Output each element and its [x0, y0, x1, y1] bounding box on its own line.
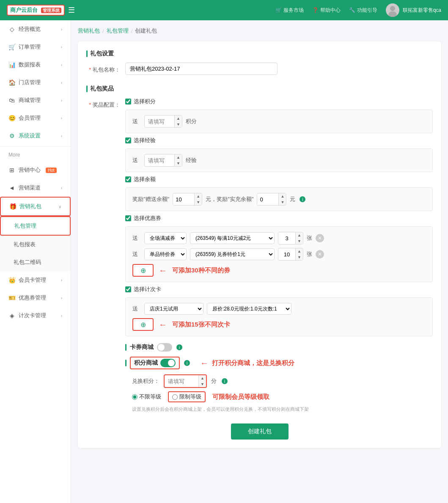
channel-icon: ◄: [8, 184, 15, 191]
coupon-type-select-2[interactable]: 单品特价券: [144, 248, 187, 260]
sidebar-item-overview[interactable]: ◇ 经营概览 ›: [0, 20, 71, 38]
redeem-input[interactable]: [165, 376, 198, 387]
balance-recharge-down-btn[interactable]: ▼: [279, 199, 286, 205]
coupon-remove-btn-2[interactable]: ✕: [316, 250, 324, 258]
radio-unlimited[interactable]: [132, 394, 137, 400]
chevron-right-icon: ›: [61, 98, 62, 103]
card-mall-section: 卡券商城 i: [125, 343, 433, 352]
sidebar-item-gift-package[interactable]: 🎁 营销礼包 ∨: [0, 197, 71, 216]
coupon-checkbox[interactable]: [125, 215, 131, 221]
balance-gift-up-btn[interactable]: ▲: [195, 193, 202, 199]
points-input[interactable]: [145, 116, 174, 127]
more-label: More: [0, 148, 71, 161]
exp-label: 选择经验: [134, 137, 156, 144]
coupon-type-select-1[interactable]: 全场满减券: [144, 232, 187, 244]
points-mall-info-icon[interactable]: i: [184, 360, 190, 366]
card-mall-info-icon[interactable]: i: [176, 344, 182, 350]
coupon-count-input-2[interactable]: [278, 249, 295, 260]
balance-gift-down-btn[interactable]: ▼: [195, 199, 202, 205]
nav-guide[interactable]: 🔧 功能引导: [349, 7, 377, 14]
nav-help-center[interactable]: ❓ 帮助中心: [312, 7, 341, 14]
coupon2-down-btn[interactable]: ▼: [296, 254, 303, 260]
sidebar-item-reports[interactable]: 📊 数据报表 ›: [0, 56, 71, 74]
svg-point-0: [390, 6, 395, 11]
card-mall-toggle[interactable]: [157, 343, 172, 352]
sidebar-item-gift-manage[interactable]: 礼包管理: [0, 216, 71, 236]
help-icon: ❓: [312, 7, 319, 13]
redeem-down-btn[interactable]: ▼: [199, 381, 206, 387]
balance-info-icon[interactable]: i: [300, 196, 305, 202]
award-content: 选择积分 送 ▲ ▼: [125, 98, 433, 413]
sidebar-item-member-card[interactable]: 👑 会员卡管理 ›: [0, 271, 71, 289]
logo-badge: 管理系统: [41, 8, 61, 13]
sidebar-item-marketing-channel[interactable]: ◄ 营销渠道 ›: [0, 179, 71, 197]
coupon-id-select-1[interactable]: (263549) 每满10元减2元: [190, 232, 275, 244]
points-up-btn[interactable]: ▲: [175, 115, 182, 121]
sidebar-item-countcard-manage[interactable]: ◈ 计次卡管理 ›: [0, 307, 71, 324]
section-bar: [125, 344, 126, 351]
exp-up-btn[interactable]: ▲: [175, 154, 182, 160]
chevron-right-icon: ›: [61, 134, 62, 138]
exp-input[interactable]: [145, 155, 174, 166]
coupon-count-input-1[interactable]: [278, 233, 295, 244]
sidebar-item-gift-qrcode[interactable]: 礼包二维码: [0, 253, 71, 271]
balance-recharge-input[interactable]: [257, 194, 278, 205]
guide-icon: 🔧: [349, 7, 355, 13]
coupon-icon: 🎫: [8, 294, 15, 301]
sidebar-item-marketing-center[interactable]: ⊞ 营销中心 Hot: [0, 161, 71, 179]
header-nav: 🛒 服务市场 ❓ 帮助中心 🔧 功能引导 联拓富新零售qca: [275, 3, 441, 17]
exp-checkbox[interactable]: [125, 137, 131, 143]
radio-limited-label: 限制等级: [179, 393, 201, 401]
submit-button[interactable]: 创建礼包: [231, 423, 289, 440]
breadcrumb-gift-manage[interactable]: 礼包管理: [107, 27, 129, 35]
add-countcard-button[interactable]: ⊕: [132, 318, 154, 331]
sidebar-item-store[interactable]: 🏠 门店管理 ›: [0, 74, 71, 91]
coupon1-down-btn[interactable]: ▼: [296, 238, 303, 244]
section1-title: 礼包设置: [86, 50, 433, 58]
menu-icon[interactable]: ☰: [68, 5, 75, 15]
countcard-checkbox[interactable]: [125, 286, 131, 292]
sidebar-item-members[interactable]: 😊 会员管理 ›: [0, 109, 71, 127]
points-checkbox[interactable]: [125, 99, 131, 104]
exp-row: 送 ▲ ▼ 经验: [132, 154, 426, 167]
gift-icon: 🎁: [9, 203, 16, 210]
radio-limited[interactable]: [172, 394, 178, 400]
coupon-unit-2: 张: [307, 250, 312, 258]
chevron-right-icon: ›: [61, 80, 62, 85]
gift-name-input[interactable]: [125, 63, 278, 75]
sidebar-item-orders[interactable]: 🛒 订单管理 ›: [0, 38, 71, 56]
balance-gift-input[interactable]: [173, 194, 194, 205]
sidebar-item-mall[interactable]: 🛍 商城管理 ›: [0, 91, 71, 109]
nav-service-market[interactable]: 🛒 服务市场: [275, 7, 304, 14]
redeem-up-btn[interactable]: ▲: [199, 375, 206, 381]
chevron-right-icon: ›: [61, 45, 62, 49]
gift-name-row: * 礼包名称：: [86, 63, 433, 75]
add-countcard-annotation: 可添加15张不同次卡: [172, 321, 230, 329]
points-mall-toggle-label-box: 积分商城: [130, 357, 180, 369]
breadcrumb-gift-package[interactable]: 营销礼包: [78, 27, 100, 35]
svg-point-1: [388, 11, 397, 17]
coupon-remove-btn-1[interactable]: ✕: [316, 234, 324, 242]
countcard-detail-select[interactable]: 原价:28.0元现价:1.0元次数:1: [207, 303, 291, 315]
balance-recharge-up-btn[interactable]: ▲: [279, 193, 286, 199]
radio-limited-item[interactable]: 限制等级: [168, 391, 206, 402]
balance-checkbox-row: 选择余额: [125, 176, 433, 183]
award-label: * 奖品配置：: [86, 98, 120, 109]
user-area[interactable]: 联拓富新零售qca: [386, 3, 441, 17]
arrow-right2-icon: ←: [159, 320, 167, 330]
radio-unlimited-item[interactable]: 不限等级: [132, 393, 161, 401]
exp-down-btn[interactable]: ▼: [175, 160, 182, 166]
add-coupon-button[interactable]: ⊕: [132, 264, 154, 277]
points-mall-toggle[interactable]: [160, 359, 176, 367]
sidebar-item-coupon-manage[interactable]: 🎫 优惠券管理 ›: [0, 289, 71, 307]
coupon1-up-btn[interactable]: ▲: [296, 232, 303, 238]
coupon-id-select-2[interactable]: (263559) 兑券特价1元: [190, 248, 275, 260]
sidebar-item-settings[interactable]: ⚙ 系统设置 ›: [0, 127, 71, 145]
balance-label: 选择余额: [134, 176, 156, 183]
coupon2-up-btn[interactable]: ▲: [296, 248, 303, 254]
redeem-info-icon[interactable]: i: [222, 378, 228, 384]
sidebar-item-gift-report[interactable]: 礼包报表: [0, 236, 71, 253]
points-down-btn[interactable]: ▼: [175, 121, 182, 127]
countcard-type-select[interactable]: 店庆1元试用: [144, 303, 203, 315]
balance-checkbox[interactable]: [125, 176, 131, 182]
